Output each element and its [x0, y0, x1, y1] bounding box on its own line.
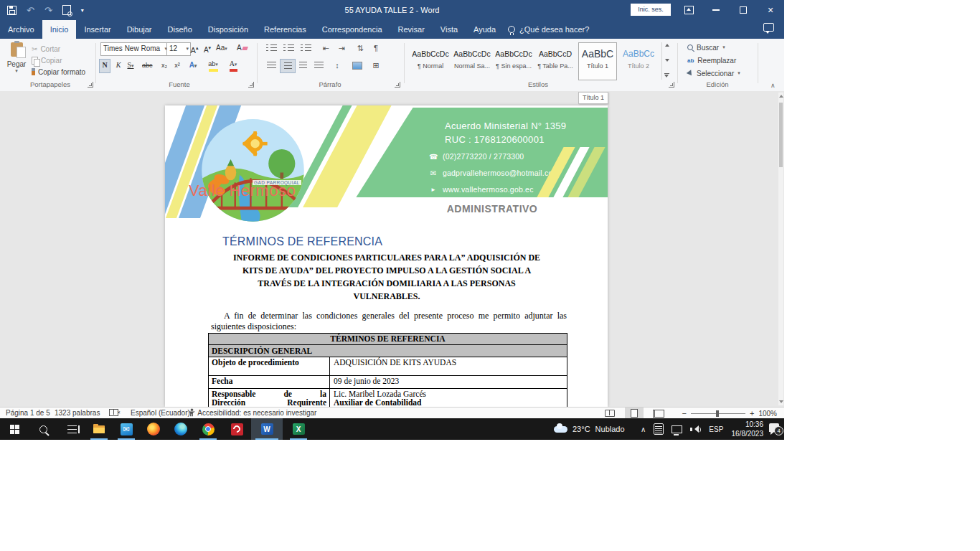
styles-gallery-scroll[interactable]: [661, 42, 672, 80]
mail-button[interactable]: ✉: [112, 418, 141, 440]
zoom-slider-thumb[interactable]: [716, 410, 719, 417]
tab-diseno[interactable]: Diseño: [160, 20, 200, 39]
chrome-button[interactable]: [194, 418, 222, 440]
firefox-button[interactable]: [139, 418, 168, 440]
read-mode-button[interactable]: [600, 408, 619, 419]
find-button[interactable]: Buscar▾: [687, 42, 725, 53]
replace-button[interactable]: abReemplazar: [687, 55, 736, 66]
superscript-button[interactable]: x²: [172, 59, 182, 72]
taskbar-clock[interactable]: 10:36 16/8/2023: [723, 420, 763, 438]
paragraph-dialog-launcher-icon[interactable]: [395, 82, 400, 88]
customize-qat-icon[interactable]: ▾: [81, 7, 84, 14]
scrollbar-thumb[interactable]: [779, 103, 783, 167]
zoom-slider[interactable]: [691, 413, 745, 414]
strikethrough-button[interactable]: abc: [142, 59, 153, 72]
tab-dibujar[interactable]: Dibujar: [119, 20, 160, 39]
tab-vista[interactable]: Vista: [433, 20, 466, 39]
align-center-button[interactable]: [280, 59, 296, 73]
collapse-ribbon-icon[interactable]: ∧: [771, 82, 776, 89]
style-table-paragraph[interactable]: AaBbCcD ¶ Table Pa...: [537, 42, 574, 80]
word-count[interactable]: 1323 palabras: [55, 408, 100, 419]
edge-button[interactable]: [166, 418, 195, 440]
scroll-down-icon[interactable]: [779, 400, 783, 403]
font-color-button[interactable]: A▾: [228, 57, 238, 70]
increase-indent-button[interactable]: ⇥: [334, 42, 349, 55]
style-sin-espaciado[interactable]: AaBbCcDc ¶ Sin espa...: [495, 42, 532, 80]
undo-icon[interactable]: ↶: [27, 6, 34, 15]
align-right-button[interactable]: [296, 59, 310, 72]
vertical-scrollbar[interactable]: [778, 93, 783, 405]
sort-button[interactable]: ⇅: [353, 42, 367, 55]
cut-button[interactable]: ✂Cortar: [32, 43, 85, 55]
feedback-bubble-icon[interactable]: [763, 23, 774, 32]
tab-referencias[interactable]: Referencias: [256, 20, 314, 39]
volume-icon[interactable]: [690, 425, 701, 433]
web-layout-button[interactable]: [649, 408, 668, 419]
tell-me-box[interactable]: ¿Qué desea hacer?: [508, 20, 589, 39]
font-family-combo[interactable]: Times New Roma: [100, 42, 169, 56]
zoom-level[interactable]: 100%: [758, 410, 777, 418]
minimize-button[interactable]: [702, 0, 730, 20]
adobe-reader-button[interactable]: [222, 418, 251, 440]
ribbon-display-options-button[interactable]: [675, 0, 702, 20]
tab-ayuda[interactable]: Ayuda: [466, 20, 504, 39]
keyboard-language[interactable]: ESP: [709, 425, 723, 433]
line-spacing-button[interactable]: ↕: [330, 59, 344, 72]
style-titulo-2[interactable]: AaBbCc Título 2: [620, 42, 657, 80]
align-left-button[interactable]: [264, 59, 278, 72]
redo-icon[interactable]: ↷: [44, 6, 52, 15]
scroll-up-icon[interactable]: [779, 95, 783, 98]
clipboard-dialog-launcher-icon[interactable]: [88, 82, 93, 88]
language-indicator[interactable]: Español (Ecuador): [131, 408, 190, 419]
tab-inicio[interactable]: Inicio: [42, 20, 77, 39]
excel-button[interactable]: X: [284, 418, 313, 440]
subscript-button[interactable]: x₂: [159, 59, 169, 72]
tab-disposicion[interactable]: Disposición: [200, 20, 256, 39]
show-hidden-icons-button[interactable]: ∧: [641, 425, 646, 433]
close-button[interactable]: ×: [757, 0, 784, 20]
grow-font-button[interactable]: A▴: [189, 42, 199, 55]
print-layout-button[interactable]: [625, 408, 644, 419]
sign-in-button[interactable]: Inic. ses.: [631, 4, 671, 16]
numbering-button[interactable]: [281, 42, 296, 55]
file-explorer-button[interactable]: [85, 418, 113, 440]
text-effects-button[interactable]: A▾: [188, 59, 198, 72]
borders-button[interactable]: ⊞: [369, 59, 383, 72]
gallery-up-icon[interactable]: [665, 44, 669, 47]
taskbar-search-button[interactable]: [29, 418, 57, 440]
pilcrow-button[interactable]: ¶: [369, 42, 383, 55]
tab-revisar[interactable]: Revisar: [390, 20, 433, 39]
zoom-out-button[interactable]: −: [682, 410, 687, 418]
start-button[interactable]: [0, 418, 29, 440]
notification-center-button[interactable]: 4: [769, 423, 779, 432]
restore-button[interactable]: [730, 0, 757, 20]
tab-insertar[interactable]: Insertar: [76, 20, 118, 39]
style-titulo-1[interactable]: AaBbC Título 1: [578, 42, 617, 80]
format-painter-button[interactable]: Copiar formato: [32, 66, 85, 77]
copy-button[interactable]: Copiar: [32, 55, 85, 66]
style-normal[interactable]: AaBbCcDc ¶ Normal: [412, 42, 449, 80]
network-icon[interactable]: [672, 425, 682, 433]
font-dialog-launcher-icon[interactable]: [248, 82, 254, 88]
font-size-combo[interactable]: 12: [166, 42, 191, 56]
task-view-button[interactable]: [57, 418, 86, 440]
gallery-more-icon[interactable]: [664, 73, 669, 78]
tab-correspondencia[interactable]: Correspondencia: [314, 20, 390, 39]
zoom-in-button[interactable]: +: [750, 410, 754, 418]
styles-dialog-launcher-icon[interactable]: [669, 82, 674, 88]
italic-button[interactable]: K: [113, 59, 123, 72]
shading-button[interactable]: [350, 59, 364, 72]
style-normal-sa[interactable]: AaBbCcDc Normal Sa...: [453, 42, 491, 80]
gallery-down-icon[interactable]: [665, 59, 669, 62]
document-page[interactable]: Acuerdo Ministerial N° 1359 RUC : 176812…: [165, 105, 608, 407]
page-indicator[interactable]: Página 1 de 5: [6, 408, 50, 419]
tray-app-icon[interactable]: [654, 423, 664, 435]
print-preview-icon[interactable]: [62, 5, 71, 15]
tab-archivo[interactable]: Archivo: [0, 20, 42, 39]
decrease-indent-button[interactable]: ⇤: [319, 42, 333, 55]
multilevel-list-button[interactable]: [298, 42, 313, 55]
taskbar-weather[interactable]: 23°C Nublado: [554, 418, 625, 440]
change-case-button[interactable]: Aa▾: [216, 42, 227, 55]
bullets-button[interactable]: [264, 42, 278, 55]
select-button[interactable]: Seleccionar▾: [687, 67, 740, 79]
